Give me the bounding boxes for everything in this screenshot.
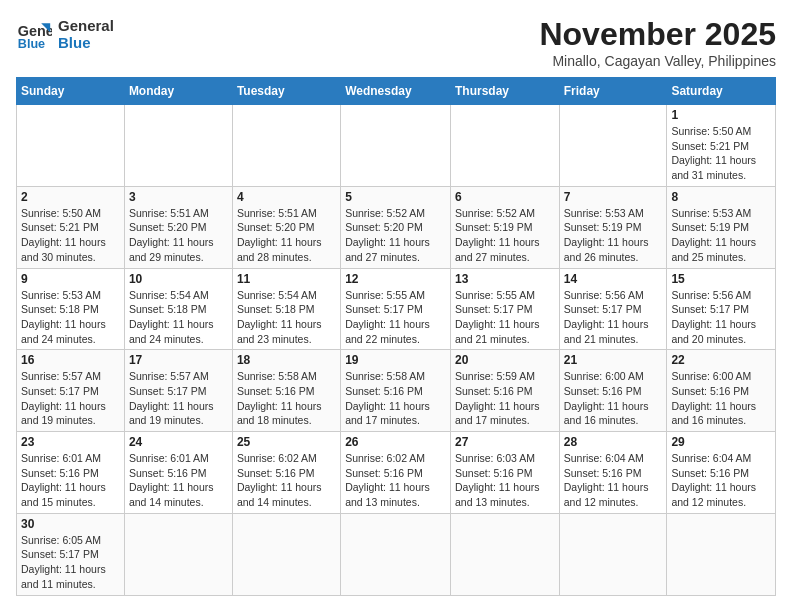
calendar-cell (124, 105, 232, 187)
calendar-cell: 27Sunrise: 6:03 AM Sunset: 5:16 PM Dayli… (450, 432, 559, 514)
calendar-week-1: 1Sunrise: 5:50 AM Sunset: 5:21 PM Daylig… (17, 105, 776, 187)
calendar-cell: 22Sunrise: 6:00 AM Sunset: 5:16 PM Dayli… (667, 350, 776, 432)
header-sunday: Sunday (17, 78, 125, 105)
calendar-cell: 11Sunrise: 5:54 AM Sunset: 5:18 PM Dayli… (232, 268, 340, 350)
header-thursday: Thursday (450, 78, 559, 105)
day-info: Sunrise: 6:04 AM Sunset: 5:16 PM Dayligh… (564, 451, 663, 510)
calendar-cell: 19Sunrise: 5:58 AM Sunset: 5:16 PM Dayli… (341, 350, 451, 432)
day-number: 28 (564, 435, 663, 449)
calendar-week-5: 23Sunrise: 6:01 AM Sunset: 5:16 PM Dayli… (17, 432, 776, 514)
day-number: 29 (671, 435, 771, 449)
day-number: 5 (345, 190, 446, 204)
day-info: Sunrise: 5:50 AM Sunset: 5:21 PM Dayligh… (21, 206, 120, 265)
calendar-cell: 25Sunrise: 6:02 AM Sunset: 5:16 PM Dayli… (232, 432, 340, 514)
calendar-cell (559, 105, 667, 187)
calendar-cell (559, 513, 667, 595)
day-number: 10 (129, 272, 228, 286)
day-number: 24 (129, 435, 228, 449)
day-number: 22 (671, 353, 771, 367)
day-number: 6 (455, 190, 555, 204)
location-subtitle: Minallo, Cagayan Valley, Philippines (539, 53, 776, 69)
day-number: 17 (129, 353, 228, 367)
day-number: 7 (564, 190, 663, 204)
day-info: Sunrise: 5:53 AM Sunset: 5:19 PM Dayligh… (564, 206, 663, 265)
day-number: 14 (564, 272, 663, 286)
day-info: Sunrise: 5:59 AM Sunset: 5:16 PM Dayligh… (455, 369, 555, 428)
day-number: 12 (345, 272, 446, 286)
calendar-cell: 20Sunrise: 5:59 AM Sunset: 5:16 PM Dayli… (450, 350, 559, 432)
day-number: 4 (237, 190, 336, 204)
svg-text:Blue: Blue (18, 37, 45, 51)
calendar-cell: 13Sunrise: 5:55 AM Sunset: 5:17 PM Dayli… (450, 268, 559, 350)
day-info: Sunrise: 5:54 AM Sunset: 5:18 PM Dayligh… (129, 288, 228, 347)
calendar-cell (341, 513, 451, 595)
calendar-cell: 17Sunrise: 5:57 AM Sunset: 5:17 PM Dayli… (124, 350, 232, 432)
calendar-cell (232, 105, 340, 187)
day-number: 16 (21, 353, 120, 367)
day-info: Sunrise: 5:53 AM Sunset: 5:19 PM Dayligh… (671, 206, 771, 265)
calendar-cell: 14Sunrise: 5:56 AM Sunset: 5:17 PM Dayli… (559, 268, 667, 350)
calendar-cell: 24Sunrise: 6:01 AM Sunset: 5:16 PM Dayli… (124, 432, 232, 514)
day-info: Sunrise: 6:01 AM Sunset: 5:16 PM Dayligh… (129, 451, 228, 510)
day-info: Sunrise: 5:50 AM Sunset: 5:21 PM Dayligh… (671, 124, 771, 183)
calendar-cell: 21Sunrise: 6:00 AM Sunset: 5:16 PM Dayli… (559, 350, 667, 432)
calendar-cell: 23Sunrise: 6:01 AM Sunset: 5:16 PM Dayli… (17, 432, 125, 514)
day-info: Sunrise: 5:58 AM Sunset: 5:16 PM Dayligh… (345, 369, 446, 428)
day-number: 19 (345, 353, 446, 367)
day-info: Sunrise: 6:01 AM Sunset: 5:16 PM Dayligh… (21, 451, 120, 510)
calendar-cell: 2Sunrise: 5:50 AM Sunset: 5:21 PM Daylig… (17, 186, 125, 268)
header: General Blue General Blue November 2025 … (16, 16, 776, 69)
day-info: Sunrise: 5:55 AM Sunset: 5:17 PM Dayligh… (345, 288, 446, 347)
day-number: 27 (455, 435, 555, 449)
day-number: 15 (671, 272, 771, 286)
logo-general: General (58, 17, 114, 34)
calendar-cell (232, 513, 340, 595)
calendar-cell: 28Sunrise: 6:04 AM Sunset: 5:16 PM Dayli… (559, 432, 667, 514)
calendar-cell: 7Sunrise: 5:53 AM Sunset: 5:19 PM Daylig… (559, 186, 667, 268)
calendar-header-row: SundayMondayTuesdayWednesdayThursdayFrid… (17, 78, 776, 105)
day-number: 25 (237, 435, 336, 449)
header-friday: Friday (559, 78, 667, 105)
calendar-cell: 8Sunrise: 5:53 AM Sunset: 5:19 PM Daylig… (667, 186, 776, 268)
calendar-cell (450, 105, 559, 187)
calendar-cell: 18Sunrise: 5:58 AM Sunset: 5:16 PM Dayli… (232, 350, 340, 432)
day-number: 3 (129, 190, 228, 204)
day-number: 11 (237, 272, 336, 286)
calendar-cell (124, 513, 232, 595)
month-year-title: November 2025 (539, 16, 776, 53)
day-info: Sunrise: 6:02 AM Sunset: 5:16 PM Dayligh… (237, 451, 336, 510)
day-info: Sunrise: 5:52 AM Sunset: 5:20 PM Dayligh… (345, 206, 446, 265)
calendar-cell (667, 513, 776, 595)
day-info: Sunrise: 6:04 AM Sunset: 5:16 PM Dayligh… (671, 451, 771, 510)
calendar-cell: 3Sunrise: 5:51 AM Sunset: 5:20 PM Daylig… (124, 186, 232, 268)
header-saturday: Saturday (667, 78, 776, 105)
day-info: Sunrise: 6:00 AM Sunset: 5:16 PM Dayligh… (564, 369, 663, 428)
calendar-cell: 6Sunrise: 5:52 AM Sunset: 5:19 PM Daylig… (450, 186, 559, 268)
calendar-cell: 5Sunrise: 5:52 AM Sunset: 5:20 PM Daylig… (341, 186, 451, 268)
day-info: Sunrise: 5:55 AM Sunset: 5:17 PM Dayligh… (455, 288, 555, 347)
header-monday: Monday (124, 78, 232, 105)
calendar-table: SundayMondayTuesdayWednesdayThursdayFrid… (16, 77, 776, 596)
day-info: Sunrise: 6:00 AM Sunset: 5:16 PM Dayligh… (671, 369, 771, 428)
day-info: Sunrise: 6:05 AM Sunset: 5:17 PM Dayligh… (21, 533, 120, 592)
calendar-week-6: 30Sunrise: 6:05 AM Sunset: 5:17 PM Dayli… (17, 513, 776, 595)
day-info: Sunrise: 6:02 AM Sunset: 5:16 PM Dayligh… (345, 451, 446, 510)
logo: General Blue General Blue (16, 16, 114, 52)
title-area: November 2025 Minallo, Cagayan Valley, P… (539, 16, 776, 69)
day-info: Sunrise: 5:56 AM Sunset: 5:17 PM Dayligh… (671, 288, 771, 347)
day-info: Sunrise: 5:57 AM Sunset: 5:17 PM Dayligh… (21, 369, 120, 428)
header-tuesday: Tuesday (232, 78, 340, 105)
day-number: 1 (671, 108, 771, 122)
day-info: Sunrise: 5:53 AM Sunset: 5:18 PM Dayligh… (21, 288, 120, 347)
day-number: 18 (237, 353, 336, 367)
day-number: 13 (455, 272, 555, 286)
calendar-week-3: 9Sunrise: 5:53 AM Sunset: 5:18 PM Daylig… (17, 268, 776, 350)
day-number: 9 (21, 272, 120, 286)
calendar-cell: 9Sunrise: 5:53 AM Sunset: 5:18 PM Daylig… (17, 268, 125, 350)
calendar-week-4: 16Sunrise: 5:57 AM Sunset: 5:17 PM Dayli… (17, 350, 776, 432)
calendar-cell (341, 105, 451, 187)
day-info: Sunrise: 6:03 AM Sunset: 5:16 PM Dayligh… (455, 451, 555, 510)
day-number: 8 (671, 190, 771, 204)
calendar-cell: 26Sunrise: 6:02 AM Sunset: 5:16 PM Dayli… (341, 432, 451, 514)
calendar-cell: 4Sunrise: 5:51 AM Sunset: 5:20 PM Daylig… (232, 186, 340, 268)
